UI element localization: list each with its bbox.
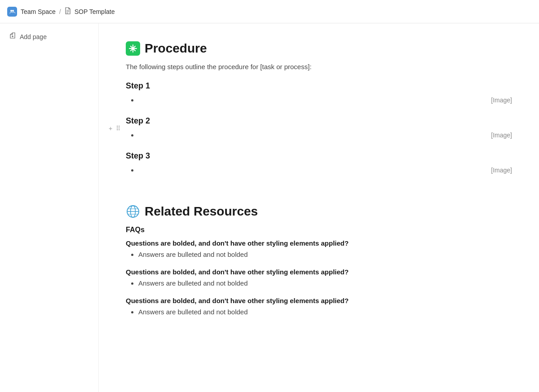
faq-2-answer: Answers are bulleted and not bolded <box>138 278 512 288</box>
add-page-button[interactable]: Add page <box>5 31 50 43</box>
faq-item-3: Questions are bolded, and don't have oth… <box>126 297 512 317</box>
step-1-content: [Image] <box>126 94 512 106</box>
breadcrumb-doc-icon <box>65 7 71 16</box>
step-2-image-placeholder: [Image] <box>491 132 512 139</box>
step-3-bullet-item <box>138 164 473 176</box>
breadcrumb-page-title: SOP Template <box>75 8 115 15</box>
step-1-bullets <box>126 94 473 106</box>
svg-point-2 <box>12 10 14 12</box>
faq-item-1: Questions are bolded, and don't have oth… <box>126 239 512 259</box>
step-2-bullet-item <box>138 129 473 141</box>
top-bar: Team Space / SOP Template <box>0 0 539 23</box>
step-1-heading: Step 1 <box>126 81 512 91</box>
step-2-heading: Step 2 <box>126 116 512 126</box>
step-3-image-placeholder: [Image] <box>491 167 512 174</box>
faq-1-answer-list: Answers are bulleted and not bolded <box>138 250 512 259</box>
faqs-heading: FAQs <box>126 226 512 234</box>
step-3-heading: Step 3 <box>126 151 512 161</box>
step-1-image-placeholder: [Image] <box>491 97 512 104</box>
step-2-controls: + ⠿ <box>108 124 121 132</box>
step-2-bullet-list <box>138 129 473 141</box>
step-1-container: Step 1 [Image] <box>126 81 512 106</box>
faq-1-question: Questions are bolded, and don't have oth… <box>126 239 512 247</box>
step-2-content: [Image] <box>126 129 512 141</box>
breadcrumb-team-space[interactable]: Team Space <box>21 8 56 15</box>
faq-3-answer-list: Answers are bulleted and not bolded <box>138 307 512 317</box>
step-3-content: [Image] <box>126 164 512 176</box>
main-layout: Add page Procedure The following steps o… <box>0 23 539 392</box>
step-2-bullets <box>126 129 473 141</box>
step-1-bullet-item <box>138 94 473 106</box>
add-page-label: Add page <box>20 33 47 40</box>
breadcrumb-separator: / <box>59 8 61 15</box>
related-resources-title: Related Resources <box>145 204 258 219</box>
breadcrumb: Team Space / SOP Template <box>7 7 115 17</box>
faq-3-answer: Answers are bulleted and not bolded <box>138 307 512 317</box>
procedure-description: The following steps outline the procedur… <box>126 63 512 70</box>
procedure-icon <box>126 41 140 56</box>
faq-3-question: Questions are bolded, and don't have oth… <box>126 297 512 304</box>
step-3-bullets <box>126 164 473 176</box>
svg-rect-0 <box>9 9 15 15</box>
team-space-icon <box>7 7 17 17</box>
sidebar: Add page <box>0 23 99 392</box>
faq-2-question: Questions are bolded, and don't have oth… <box>126 268 512 276</box>
procedure-title: Procedure <box>145 41 207 56</box>
svg-point-1 <box>10 10 12 12</box>
step-2-container: + ⠿ Step 2 [Image] <box>126 116 512 141</box>
step-3-bullet-list <box>138 164 473 176</box>
step-2-add-button[interactable]: + <box>108 124 113 132</box>
step-2-drag-handle[interactable]: ⠿ <box>115 124 121 132</box>
faq-1-answer: Answers are bulleted and not bolded <box>138 250 512 259</box>
faq-2-answer-list: Answers are bulleted and not bolded <box>138 278 512 288</box>
step-2-row: + ⠿ Step 2 [Image] <box>126 116 512 141</box>
procedure-section-heading: Procedure <box>126 41 512 56</box>
related-resources-section-heading: Related Resources <box>126 204 512 219</box>
step-3-container: Step 3 [Image] <box>126 151 512 176</box>
add-page-icon <box>9 32 16 41</box>
content-area: Procedure The following steps outline th… <box>99 23 539 392</box>
faq-item-2: Questions are bolded, and don't have oth… <box>126 268 512 288</box>
step-1-bullet-list <box>138 94 473 106</box>
globe-icon <box>126 204 140 219</box>
